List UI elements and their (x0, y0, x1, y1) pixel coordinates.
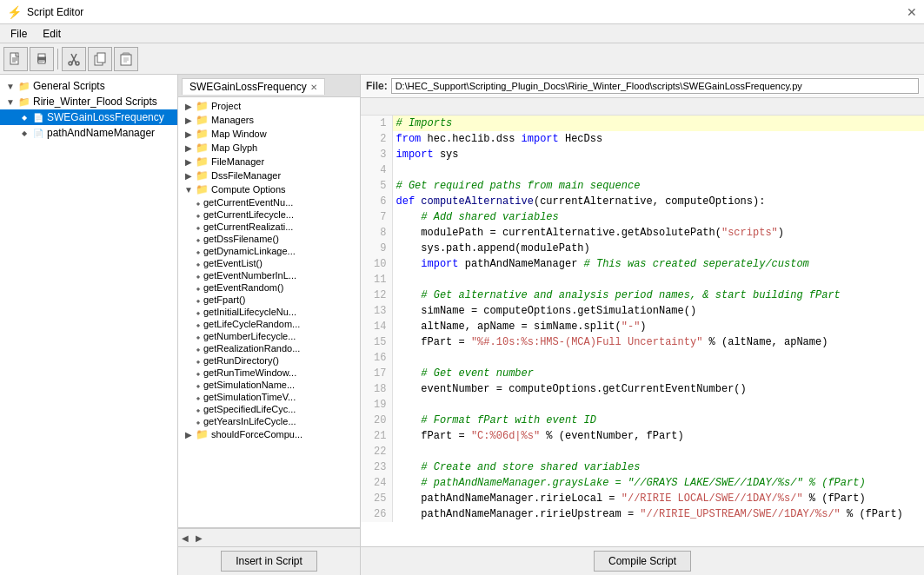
scroll-left-button[interactable]: ◀ (178, 531, 192, 545)
main-content: ▼ 📁 General Scripts ▼ 📁 Ririe_Winter_Flo… (0, 75, 924, 575)
table-row: 3import sys (361, 147, 924, 162)
fn-icon-5: ⬥ (196, 259, 201, 268)
mid-tree-item-fn1[interactable]: ⬥ getCurrentLifecycle... (178, 208, 360, 221)
left-bottom-buttons: Insert in Script (178, 546, 360, 575)
mid-tree-item-fn5[interactable]: ⬥ getEventList() (178, 257, 360, 269)
fn-icon-14: ⬥ (196, 368, 201, 378)
svg-rect-7 (39, 61, 44, 62)
mid-tree-item-fn18[interactable]: ⬥ getYearsInLifeCycle... (178, 415, 360, 427)
mid-label-fn1: getCurrentLifecycle... (203, 209, 294, 220)
mid-tree-item-fn2[interactable]: ⬥ getCurrentRealizati... (178, 221, 360, 233)
line-content: # Add shared variables (392, 209, 924, 225)
table-row: 21 fPart = "C:%06d|%s" % (eventNumber, f… (361, 428, 924, 444)
mid-tree-item-filemanager[interactable]: ▶ 📁 FileManager (178, 155, 360, 169)
mid-tree-item-fn15[interactable]: ⬥ getSimulationName... (178, 379, 360, 391)
code-container[interactable]: 1# Imports2from hec.heclib.dss import He… (361, 116, 924, 546)
line-content (392, 162, 924, 178)
mid-tree-item-fn11[interactable]: ⬥ getNumberLifecycle... (178, 330, 360, 342)
toolbar (0, 43, 924, 75)
mid-tree-item-fn0[interactable]: ⬥ getCurrentEventNu... (178, 196, 360, 208)
folder-icon-computeoptions: 📁 (196, 183, 209, 195)
mid-tree-item-fn13[interactable]: ⬥ getRunDirectory() (178, 354, 360, 367)
line-content: import sys (392, 147, 924, 162)
close-button[interactable]: ✕ (907, 5, 917, 19)
mid-tree-item-managers[interactable]: ▶ 📁 Managers (178, 113, 360, 127)
menu-file[interactable]: File (3, 26, 34, 42)
line-number: 25 (361, 491, 392, 506)
line-number: 14 (361, 319, 392, 334)
mid-label-mapglyph: Map Glyph (211, 142, 257, 153)
fn-icon-9: ⬥ (196, 307, 201, 317)
mid-label-project: Project (211, 101, 241, 111)
title-bar-left: ⚡ Script Editor (7, 5, 83, 19)
table-row: 24 # pathAndNameManager.graysLake = "//G… (361, 475, 924, 491)
mid-tree-item-fn8[interactable]: ⬥ getFpart() (178, 294, 360, 306)
insert-in-script-button[interactable]: Insert in Script (221, 551, 317, 572)
paste-icon (119, 52, 133, 66)
mid-tree-item-fn16[interactable]: ⬥ getSimulationTimeV... (178, 391, 360, 403)
mid-tree-item-computeoptions[interactable]: ▼ 📁 Compute Options (178, 182, 360, 196)
line-content: modulePath = currentAlternative.getAbsol… (392, 225, 924, 241)
line-content: sys.path.append(modulePath) (392, 241, 924, 256)
mid-tree-item-mapwindow[interactable]: ▶ 📁 Map Window (178, 127, 360, 141)
line-number: 3 (361, 147, 392, 162)
editor-top-bar (361, 98, 924, 116)
mid-label-fn8: getFpart() (203, 294, 245, 305)
mid-tree-scroll[interactable]: ▶ 📁 Project ▶ 📁 Managers ▶ 📁 Map Window (178, 97, 360, 527)
compile-script-button[interactable]: Compile Script (594, 551, 691, 572)
line-number: 23 (361, 459, 392, 475)
fn-icon-7: ⬥ (196, 283, 201, 293)
line-number: 12 (361, 288, 392, 303)
mid-tree-item-fn6[interactable]: ⬥ getEventNumberInL... (178, 269, 360, 281)
tree-item-swe[interactable]: ◆ 📄 SWEGainLossFrequency (0, 109, 177, 125)
fn-icon-3: ⬥ (196, 235, 201, 244)
expander-mapwindow: ▶ (182, 129, 196, 139)
mid-tree-item-dssfilemanager[interactable]: ▶ 📁 DssFileManager (178, 169, 360, 182)
tab-bar: SWEGainLossFrequency ✕ (178, 75, 360, 97)
mid-tree-item-fn17[interactable]: ⬥ getSpecifiedLifeCyc... (178, 403, 360, 415)
tab-close-button[interactable]: ✕ (310, 83, 317, 92)
mid-tree-item-fn14[interactable]: ⬥ getRunTimeWindow... (178, 367, 360, 379)
print-button[interactable] (30, 47, 54, 71)
mid-label-fn5: getEventList() (203, 258, 263, 268)
table-row: 4 (361, 162, 924, 178)
paste-button[interactable] (114, 47, 138, 71)
folder-icon-project: 📁 (196, 100, 209, 112)
app-icon: ⚡ (7, 5, 22, 19)
mid-tree-item-fn12[interactable]: ⬥ getRealizationRando... (178, 342, 360, 354)
app-title: Script Editor (27, 6, 83, 18)
mid-tree-item-fn10[interactable]: ⬥ getLifeCycleRandom... (178, 318, 360, 330)
new-button[interactable] (3, 47, 28, 71)
mid-label-fn3: getDssFilename() (203, 234, 279, 244)
print-icon (35, 52, 49, 66)
table-row: 1# Imports (361, 116, 924, 131)
expander-dssfilemanager: ▶ (182, 171, 196, 181)
line-number: 11 (361, 272, 392, 288)
mid-tree-item-fn3[interactable]: ⬥ getDssFilename() (178, 233, 360, 245)
fn-icon-13: ⬥ (196, 356, 201, 366)
expander-project: ▶ (182, 102, 196, 111)
line-content: from hec.heclib.dss import HecDss (392, 131, 924, 147)
cut-button[interactable] (62, 47, 86, 71)
file-path-input[interactable] (391, 78, 919, 94)
tree-item-general-scripts[interactable]: ▼ 📁 General Scripts (0, 78, 177, 94)
table-row: 5# Get required paths from main sequence (361, 178, 924, 194)
code-table: 1# Imports2from hec.heclib.dss import He… (361, 116, 924, 522)
mid-tree-item-fn4[interactable]: ⬥ getDynamicLinkage... (178, 245, 360, 257)
tree-item-path[interactable]: ◆ 📄 pathAndNameManager (0, 125, 177, 141)
mid-label-fn13: getRunDirectory() (203, 355, 279, 366)
line-number: 2 (361, 131, 392, 147)
scroll-right-button[interactable]: ▶ (192, 531, 206, 545)
mid-tree-item-mapglyph[interactable]: ▶ 📁 Map Glyph (178, 141, 360, 155)
copy-button[interactable] (88, 47, 112, 71)
menu-edit[interactable]: Edit (36, 26, 68, 42)
mid-tree-item-fn7[interactable]: ⬥ getEventRandom() (178, 281, 360, 294)
mid-tree-item-fn9[interactable]: ⬥ getInitialLifecycleNu... (178, 306, 360, 318)
table-row: 23 # Create and store shared variables (361, 459, 924, 475)
file-bar: File: (361, 75, 924, 98)
line-content: fPart = "C:%06d|%s" % (eventNumber, fPar… (392, 428, 924, 444)
tree-item-ririe[interactable]: ▼ 📁 Ririe_Winter_Flood Scripts (0, 94, 177, 109)
mid-tree-item-scriptingalt[interactable]: ▶ 📁 shouldForceCompu... (178, 427, 360, 441)
tab-swe[interactable]: SWEGainLossFrequency ✕ (182, 78, 325, 95)
mid-tree-item-project[interactable]: ▶ 📁 Project (178, 99, 360, 113)
